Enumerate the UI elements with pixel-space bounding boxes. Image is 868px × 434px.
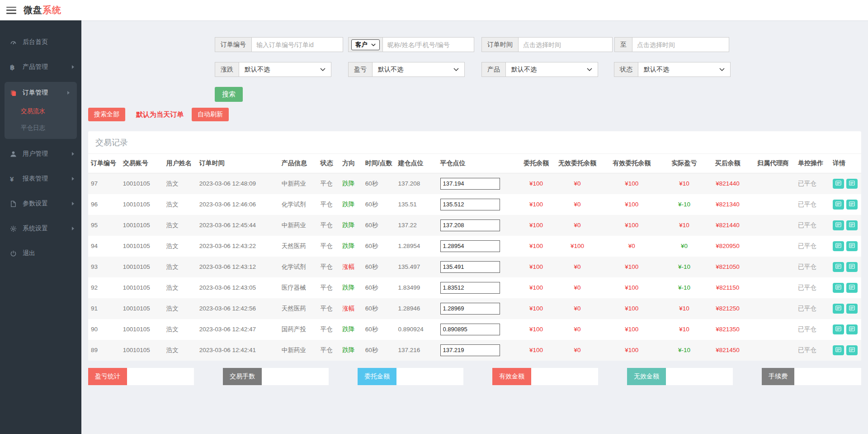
cell-agent [750,173,795,194]
time-start-input[interactable] [518,37,613,52]
cell-direction: 跌降 [340,319,363,340]
pl-select[interactable]: 默认不选 [372,62,465,77]
close-point-input[interactable] [440,282,500,294]
chevron-down-icon [320,68,326,71]
cell-valid_entrust: ¥100 [599,257,664,277]
brand-accent: 系统 [42,5,61,15]
cell-control: 已平仓 [795,194,830,215]
chevron-right-icon [72,177,74,181]
detail-list-icon [849,201,855,208]
summary-value-valid-total[interactable] [531,368,598,385]
sidebar-item-logout[interactable]: 退出 [0,243,81,263]
sidebar-item-report[interactable]: ¥报表管理 [0,169,81,189]
cell-direction: 跌降 [340,173,363,194]
detail-button[interactable] [833,304,844,314]
close-point-input[interactable] [440,303,500,315]
cell-open_point: 1.83499 [395,277,437,298]
close-point-input[interactable] [440,344,500,356]
cell-detail [830,319,861,340]
customer-type-addon: 客户 [348,37,382,52]
close-point-input[interactable] [440,261,500,273]
summary-value-profit-total[interactable] [127,368,194,385]
cell-balance: ¥821440 [705,215,750,236]
cell-detail [830,236,861,257]
column-header-close_point: 平仓点位 [438,154,518,173]
cell-balance: ¥821250 [705,298,750,319]
chevron-down-icon [371,43,376,46]
detail-button[interactable] [833,262,844,272]
column-header-direction: 方向 [340,154,363,173]
close-point-input[interactable] [440,178,500,190]
sidebar-item-params[interactable]: 参数设置 [0,194,81,214]
cell-duration: 60秒 [363,319,396,340]
detail-button[interactable] [833,283,844,293]
summary-value-entrust-total[interactable] [396,368,463,385]
table-row: 9310010105浩文2023-03-06 12:43:12化学试剂平仓涨幅6… [88,257,861,277]
hamburger-menu-icon[interactable] [6,7,16,14]
log-button[interactable] [846,304,858,314]
log-button[interactable] [846,324,858,334]
pl-label: 盈亏 [348,62,372,77]
toolbar: 搜索全部 默认为当天订单 自动刷新 [88,108,861,121]
sidebar-item-order[interactable]: 订单管理 [5,83,77,103]
sidebar-item-dashboard[interactable]: 后台首页 [0,32,81,52]
cell-order_no: 93 [88,257,120,277]
cell-product: 化学试剂 [279,257,318,277]
sidebar-item-user[interactable]: 用户管理 [0,144,81,164]
summary-label-valid-total: 有效金额 [492,368,531,385]
log-button[interactable] [846,241,858,251]
log-button[interactable] [846,179,858,189]
summary-value-trade-lots[interactable] [262,368,329,385]
detail-button[interactable] [833,345,844,355]
detail-button[interactable] [833,241,844,251]
product-select[interactable]: 默认不选 [505,62,598,77]
cell-invalid_entrust: ¥0 [555,319,599,340]
time-end-input[interactable] [632,37,729,52]
updown-select[interactable]: 默认不选 [239,62,331,77]
log-button[interactable] [846,283,858,293]
cell-profit: ¥10 [664,319,705,340]
cell-control: 已平仓 [795,257,830,277]
sidebar-item-system[interactable]: 系统设置 [0,219,81,238]
detail-button[interactable] [833,179,844,189]
search-button[interactable]: 搜索 [215,87,243,102]
close-point-input[interactable] [440,199,500,210]
sidebar-item-product[interactable]: ฿产品管理 [0,57,81,77]
cell-account: 10010105 [120,319,164,340]
detail-button[interactable] [833,324,844,334]
column-header-account: 交易账号 [120,154,164,173]
detail-button[interactable] [833,200,844,210]
report-icon: ¥ [10,176,21,182]
cell-order_no: 90 [88,319,120,340]
sidebar-subitem-close-log[interactable]: 平仓日志 [5,119,77,136]
summary-value-invalid-total[interactable] [666,368,733,385]
cell-entrust: ¥100 [517,173,555,194]
auto-refresh-button[interactable]: 自动刷新 [192,108,229,121]
log-button[interactable] [846,262,858,272]
cell-close_point [438,277,518,298]
cell-duration: 60秒 [363,298,396,319]
close-point-input[interactable] [440,240,500,252]
cell-profit: ¥-10 [664,340,705,361]
cell-account: 10010105 [120,215,164,236]
filter-form: 订单编号 客户 订单时间 至 [215,37,861,77]
customer-type-select[interactable]: 客户 [351,39,380,50]
search-all-button[interactable]: 搜索全部 [88,108,125,121]
order-no-filter: 订单编号 [215,37,331,52]
close-point-input[interactable] [440,324,500,335]
detail-button[interactable] [833,220,844,230]
cell-order_no: 97 [88,173,120,194]
cell-agent [750,298,795,319]
log-button[interactable] [846,345,858,355]
cell-open_point: 137.22 [395,215,437,236]
status-select[interactable]: 默认不选 [638,62,731,77]
cell-valid_entrust: ¥100 [599,277,664,298]
customer-input[interactable] [382,37,474,52]
sidebar-subitem-trade-flow[interactable]: 交易流水 [5,103,77,119]
log-button[interactable] [846,220,858,230]
order-no-input[interactable] [251,37,343,52]
detail-list-icon [835,222,841,229]
summary-value-fee-total[interactable] [794,368,861,385]
log-button[interactable] [846,200,858,210]
close-point-input[interactable] [440,219,500,231]
